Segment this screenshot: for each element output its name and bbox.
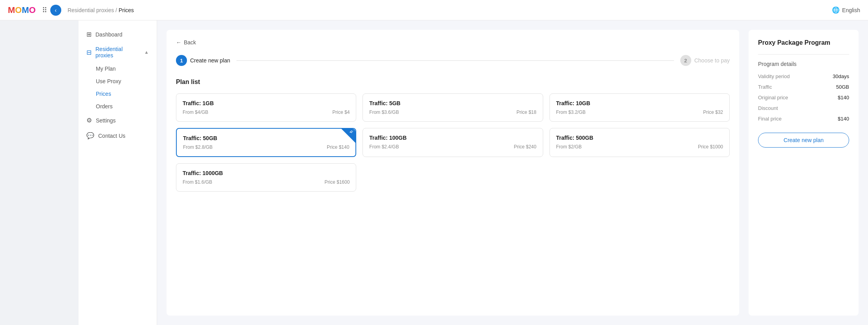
panel-row: Traffic50GB — [758, 84, 849, 90]
plan-from: From $2/GB — [556, 144, 582, 150]
sidebar-item-residential-proxies[interactable]: ⊟ Residential proxies ▲ — [79, 42, 157, 62]
step-2-label: Choose to pay — [694, 57, 730, 64]
plan-details: From $4/GBPrice $4 — [183, 110, 350, 115]
plan-details: From $1.6/GBPrice $1600 — [183, 179, 350, 185]
plan-details: From $2/GBPrice $1000 — [556, 144, 723, 150]
plan-from: From $4/GB — [183, 110, 208, 115]
panel-row-label: Validity period — [758, 73, 790, 79]
plan-price: Price $32 — [703, 110, 723, 115]
plan-traffic: Traffic: 1000GB — [183, 170, 350, 176]
dashboard-icon: ⊞ — [86, 31, 92, 38]
step-1: 1 Create new plan — [176, 55, 230, 66]
plan-card-100gb[interactable]: Traffic: 100GBFrom $2.4/GBPrice $240 — [363, 128, 543, 157]
layout: ⊞ Dashboard ⊟ Residential proxies ▲ My P… — [0, 20, 868, 325]
sidebar-item-my-plan[interactable]: My Plan — [79, 62, 157, 75]
plan-list-title: Plan list — [176, 79, 730, 86]
settings-icon: ⚙ — [86, 117, 92, 124]
sidebar-item-orders[interactable]: Orders — [79, 100, 157, 113]
panel-row-value: $140 — [838, 95, 849, 100]
header: MOMO ⠿ ‹ Residential proxies / Prices 🌐 … — [0, 0, 868, 20]
plan-details: From $3.6/GBPrice $18 — [369, 110, 536, 115]
plan-price: Price $4 — [332, 110, 350, 115]
back-arrow-icon: ← — [176, 39, 181, 46]
panel-row: Validity period30days — [758, 73, 849, 79]
panel-row: Discount — [758, 105, 849, 111]
panel-row-value: 50GB — [836, 84, 849, 90]
sidebar-item-contact-us[interactable]: 💬 Contact Us — [79, 128, 157, 143]
content-area: ← Back 1 Create new plan 2 Choose to pay… — [167, 30, 739, 316]
plan-traffic: Traffic: 100GB — [369, 135, 536, 141]
step-2: 2 Choose to pay — [680, 55, 730, 66]
breadcrumb: Residential proxies / Prices — [68, 7, 134, 13]
step-1-circle: 1 — [176, 55, 187, 66]
panel-row-label: Discount — [758, 105, 778, 111]
plan-traffic: Traffic: 1GB — [183, 100, 350, 106]
main-content: ← Back 1 Create new plan 2 Choose to pay… — [157, 20, 868, 325]
plan-price: Price $1600 — [324, 179, 350, 185]
sidebar-item-settings[interactable]: ⚙ Settings — [79, 113, 157, 128]
panel-row-value: $140 — [838, 116, 849, 122]
steps-indicator: 1 Create new plan 2 Choose to pay — [176, 55, 730, 66]
grid-icon[interactable]: ⠿ — [42, 6, 47, 15]
plan-from: From $3.2/GB — [556, 110, 586, 115]
panel-divider-1 — [758, 54, 849, 55]
plan-details: From $3.2/GBPrice $32 — [556, 110, 723, 115]
panel-row-label: Traffic — [758, 84, 772, 90]
plan-card-1000gb[interactable]: Traffic: 1000GBFrom $1.6/GBPrice $1600 — [176, 163, 356, 192]
plan-from: From $3.6/GB — [369, 110, 399, 115]
plan-details: From $2.8/GBPrice $140 — [183, 144, 349, 150]
left-panel — [0, 20, 79, 325]
panel-row-value: 30days — [833, 73, 849, 79]
sidebar-item-use-proxy[interactable]: Use Proxy — [79, 75, 157, 88]
plan-card-10gb[interactable]: Traffic: 10GBFrom $3.2/GBPrice $32 — [549, 93, 730, 122]
plan-details: From $2.4/GBPrice $240 — [369, 144, 536, 150]
panel-section-title: Program details — [758, 61, 849, 67]
contact-icon: 💬 — [86, 132, 94, 139]
panel-rows: Validity period30daysTraffic50GBOriginal… — [758, 73, 849, 122]
plan-price: Price $140 — [327, 144, 349, 150]
plan-from: From $1.6/GB — [183, 179, 212, 185]
sidebar-item-prices[interactable]: Prices — [79, 88, 157, 100]
plan-card-1gb[interactable]: Traffic: 1GBFrom $4/GBPrice $4 — [176, 93, 356, 122]
step-2-circle: 2 — [680, 55, 691, 66]
step-divider — [236, 60, 674, 61]
selected-mark: ✓ — [341, 129, 355, 143]
plan-card-5gb[interactable]: Traffic: 5GBFrom $3.6/GBPrice $18 — [363, 93, 543, 122]
plan-card-50gb[interactable]: ✓Traffic: 50GBFrom $2.8/GBPrice $140 — [176, 128, 356, 157]
right-panel: Proxy Package Program Program details Va… — [749, 30, 859, 316]
panel-row: Final price$140 — [758, 116, 849, 122]
residential-proxies-icon: ⊟ — [86, 49, 92, 56]
logo: MOMO — [8, 5, 36, 15]
plan-from: From $2.4/GB — [369, 144, 399, 150]
sidebar-item-dashboard[interactable]: ⊞ Dashboard — [79, 27, 157, 42]
panel-row-label: Original price — [758, 95, 788, 100]
panel-title: Proxy Package Program — [758, 39, 849, 46]
plan-card-500gb[interactable]: Traffic: 500GBFrom $2/GBPrice $1000 — [549, 128, 730, 157]
header-back-button[interactable]: ‹ — [50, 5, 61, 16]
plan-price: Price $18 — [516, 110, 537, 115]
language-icon: 🌐 — [832, 6, 840, 14]
language-selector[interactable]: 🌐 English — [832, 6, 860, 14]
back-button[interactable]: ← Back — [176, 39, 730, 46]
step-1-label: Create new plan — [190, 57, 230, 64]
plan-from: From $2.8/GB — [183, 144, 212, 150]
plan-traffic: Traffic: 50GB — [183, 135, 349, 141]
plan-traffic: Traffic: 10GB — [556, 100, 723, 106]
panel-row-label: Final price — [758, 116, 782, 122]
create-new-plan-button[interactable]: Create new plan — [758, 133, 849, 148]
panel-row: Original price$140 — [758, 95, 849, 100]
sidebar: ⊞ Dashboard ⊟ Residential proxies ▲ My P… — [79, 20, 157, 325]
plan-traffic: Traffic: 5GB — [369, 100, 536, 106]
plan-price: Price $240 — [514, 144, 536, 150]
plan-traffic: Traffic: 500GB — [556, 135, 723, 141]
plan-price: Price $1000 — [698, 144, 723, 150]
chevron-up-icon: ▲ — [144, 49, 149, 55]
plan-grid: Traffic: 1GBFrom $4/GBPrice $4Traffic: 5… — [176, 93, 730, 192]
